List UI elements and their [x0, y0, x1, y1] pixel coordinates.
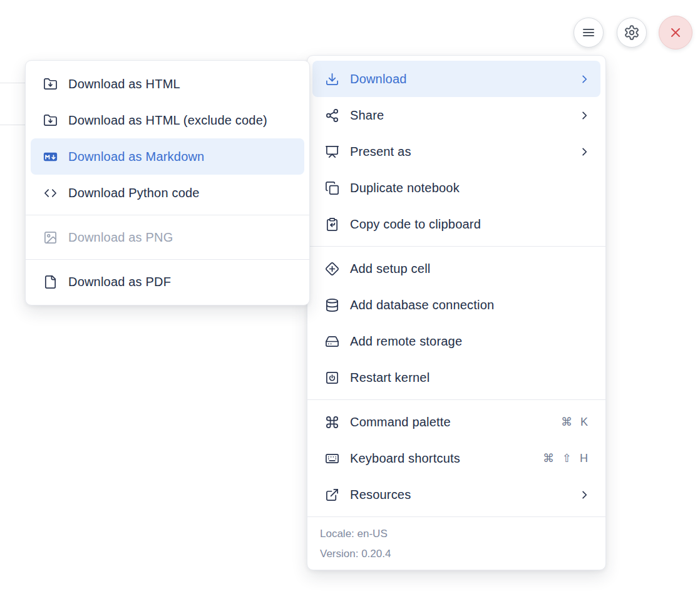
menu-item-label: Add setup cell — [350, 262, 590, 276]
page-underlay-line — [0, 125, 26, 125]
folder-download-icon — [43, 77, 58, 91]
notebook-actions-menu: Download Share Present as Duplicate note… — [307, 55, 606, 570]
submenu-divider — [26, 215, 309, 215]
submenu-item-label: Download as PNG — [68, 230, 294, 245]
submenu-item-label: Download as PDF — [68, 275, 294, 289]
menu-button[interactable] — [574, 18, 604, 48]
menu-item-download[interactable]: Download — [312, 61, 600, 97]
menu-item-add-setup-cell[interactable]: Add setup cell — [307, 250, 605, 287]
external-link-icon — [325, 488, 339, 502]
submenu-item-download-as-markdown[interactable]: Download as Markdown — [31, 138, 304, 175]
close-button[interactable] — [659, 16, 692, 49]
gear-icon — [624, 24, 640, 41]
image-icon — [43, 230, 58, 245]
presentation-icon — [325, 145, 339, 159]
clipboard-paste-icon — [325, 217, 339, 232]
code-icon — [43, 186, 58, 200]
menu-item-present-as[interactable]: Present as — [307, 133, 605, 170]
menu-item-label: Present as — [350, 145, 568, 159]
locale-text: Locale: en-US — [320, 524, 593, 544]
menu-item-label: Add database connection — [350, 298, 590, 312]
menu-item-restart-kernel[interactable]: Restart kernel — [307, 359, 605, 396]
menu-item-duplicate-notebook[interactable]: Duplicate notebook — [307, 170, 605, 206]
page-underlay-line — [0, 83, 26, 83]
markdown-icon — [43, 150, 58, 164]
menu-item-label: Share — [350, 108, 568, 123]
submenu-item-label: Download as HTML (exclude code) — [68, 113, 294, 128]
download-icon — [325, 72, 339, 86]
shortcut-hint: ⌘ K — [561, 415, 590, 429]
chevron-right-icon — [579, 110, 590, 121]
hamburger-icon — [581, 25, 596, 40]
database-icon — [325, 298, 339, 312]
submenu-item-label: Download as Markdown — [68, 150, 294, 164]
menu-item-add-remote-storage[interactable]: Add remote storage — [307, 323, 605, 359]
shortcut-hint: ⌘ ⇧ H — [543, 451, 590, 465]
menu-item-command-palette[interactable]: Command palette ⌘ K — [307, 404, 605, 440]
menu-item-keyboard-shortcuts[interactable]: Keyboard shortcuts ⌘ ⇧ H — [307, 440, 605, 476]
menu-item-share[interactable]: Share — [307, 97, 605, 133]
menu-item-label: Copy code to clipboard — [350, 217, 590, 232]
share-icon — [325, 108, 339, 123]
chevron-right-icon — [579, 146, 590, 158]
version-text: Version: 0.20.4 — [320, 544, 593, 564]
menu-item-copy-code-to-clipboard[interactable]: Copy code to clipboard — [307, 206, 605, 242]
folder-download-icon — [43, 113, 58, 128]
menu-item-resources[interactable]: Resources — [307, 476, 605, 513]
chevron-right-icon — [579, 73, 590, 85]
download-submenu: Download as HTML Download as HTML (exclu… — [25, 60, 310, 305]
menu-item-label: Download — [350, 72, 568, 86]
menu-item-label: Add remote storage — [350, 334, 590, 349]
menu-item-label: Command palette — [350, 415, 550, 429]
menu-item-label: Restart kernel — [350, 371, 590, 385]
menu-item-label: Keyboard shortcuts — [350, 451, 532, 466]
hard-drive-icon — [325, 334, 339, 349]
menu-item-label: Duplicate notebook — [350, 181, 590, 195]
submenu-item-download-python-code[interactable]: Download Python code — [26, 175, 309, 211]
submenu-divider — [26, 259, 309, 260]
submenu-item-download-as-pdf[interactable]: Download as PDF — [26, 264, 309, 300]
submenu-item-label: Download Python code — [68, 186, 294, 200]
power-square-icon — [325, 371, 339, 385]
command-icon — [325, 415, 339, 429]
menu-divider — [307, 399, 605, 400]
file-icon — [43, 275, 58, 289]
menu-divider — [307, 246, 605, 247]
menu-footer: Locale: en-US Version: 0.20.4 — [307, 516, 605, 570]
submenu-item-download-as-png: Download as PNG — [26, 219, 309, 255]
keyboard-icon — [325, 451, 339, 466]
copy-icon — [325, 181, 339, 195]
close-icon — [668, 25, 683, 40]
submenu-item-download-as-html-exclude-code[interactable]: Download as HTML (exclude code) — [26, 102, 309, 138]
submenu-item-label: Download as HTML — [68, 77, 294, 91]
settings-button[interactable] — [617, 18, 647, 48]
menu-item-label: Resources — [350, 488, 568, 502]
chevron-right-icon — [579, 489, 590, 501]
menu-item-add-database-connection[interactable]: Add database connection — [307, 287, 605, 323]
diamond-plus-icon — [325, 262, 339, 276]
submenu-item-download-as-html[interactable]: Download as HTML — [26, 66, 309, 102]
